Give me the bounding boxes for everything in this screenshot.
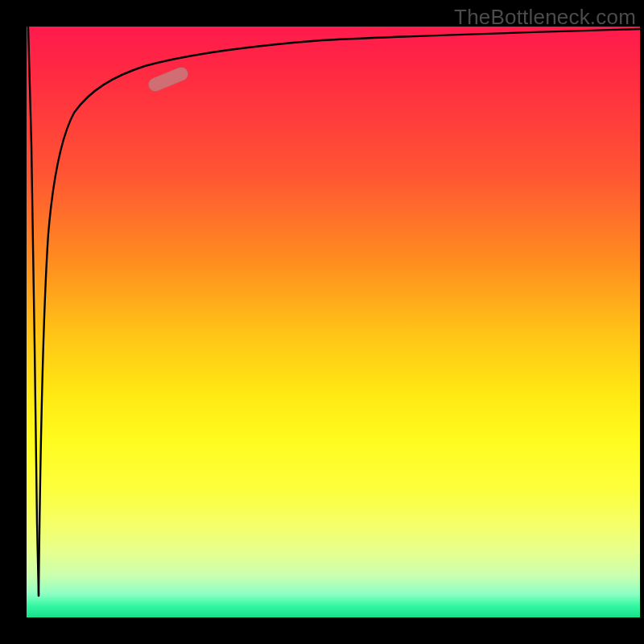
chart-container: TheBottleneck.com [0,0,644,644]
plot-gradient-area [27,27,640,617]
watermark-text: TheBottleneck.com [454,5,636,30]
